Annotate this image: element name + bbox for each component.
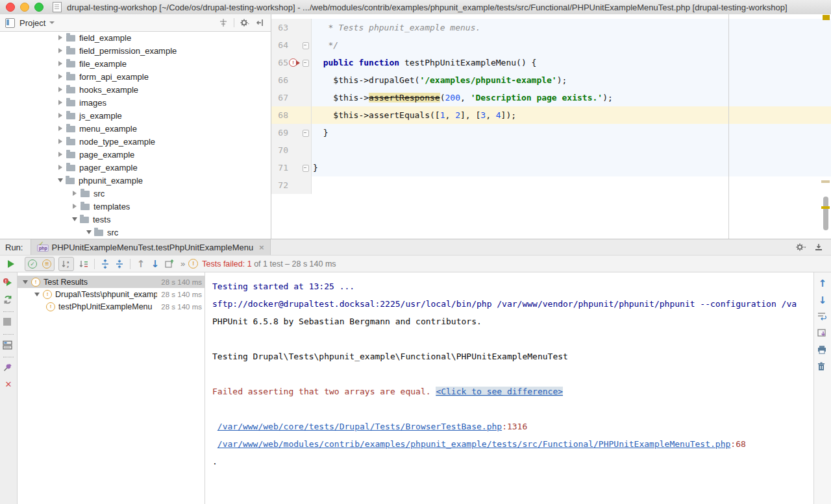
code-text[interactable]: $this->drupalGet('/examples/phpunit-exam… bbox=[312, 71, 831, 89]
close-icon[interactable]: × bbox=[258, 244, 264, 251]
show-passed-toggle[interactable]: ✓ bbox=[25, 258, 40, 270]
line-number[interactable]: 70 bbox=[271, 141, 288, 159]
previous-failed-test-button[interactable]: ↑ bbox=[134, 258, 148, 270]
sort-alphabetically-toggle[interactable]: az bbox=[59, 258, 73, 270]
fold-marker-icon[interactable] bbox=[303, 130, 309, 137]
code-text[interactable]: } bbox=[312, 124, 831, 141]
toggle-auto-test-button[interactable] bbox=[3, 294, 14, 306]
project-tree-item[interactable]: file_example bbox=[0, 57, 271, 70]
editor-scrollbar[interactable] bbox=[819, 14, 831, 239]
code-text[interactable] bbox=[312, 141, 831, 159]
clear-all-icon[interactable] bbox=[817, 362, 828, 374]
error-stripe-mark[interactable] bbox=[821, 180, 830, 183]
code-text[interactable]: $this->assertResponse(200, 'Description … bbox=[312, 89, 831, 106]
chevron-down-icon[interactable] bbox=[72, 217, 77, 221]
zoom-window-button[interactable] bbox=[34, 3, 43, 12]
project-tree-item[interactable]: page_example bbox=[0, 148, 271, 161]
chevron-right-icon[interactable] bbox=[58, 61, 62, 66]
code-text[interactable]: */ bbox=[312, 36, 831, 54]
expand-all-button[interactable] bbox=[98, 258, 112, 270]
editor-gutter[interactable]: 64 bbox=[271, 36, 312, 54]
project-panel-title[interactable]: Project bbox=[19, 18, 45, 28]
restore-layout-button[interactable] bbox=[3, 340, 14, 352]
project-tree-item[interactable]: src bbox=[0, 226, 271, 239]
close-run-panel-button[interactable]: ✕ bbox=[3, 379, 14, 391]
chevron-right-icon[interactable] bbox=[73, 191, 77, 196]
chevron-right-icon[interactable] bbox=[58, 35, 62, 40]
project-tree-item[interactable]: templates bbox=[0, 200, 271, 213]
down-the-stacktrace-button[interactable]: ↓ bbox=[817, 294, 828, 306]
line-number[interactable]: 67 bbox=[271, 89, 288, 106]
scroll-from-source-icon[interactable] bbox=[218, 18, 229, 28]
line-number[interactable]: 68 bbox=[271, 106, 288, 124]
run-tab[interactable]: php ✓ PHPUnitExampleMenuTest.testPhpUnit… bbox=[31, 239, 271, 255]
editor-gutter[interactable]: 67 bbox=[271, 89, 312, 106]
project-tree-item[interactable]: form_api_example bbox=[0, 70, 271, 83]
code-text[interactable] bbox=[312, 176, 831, 194]
chevron-right-icon[interactable] bbox=[58, 74, 62, 79]
chevron-right-icon[interactable] bbox=[58, 48, 62, 53]
project-tree-item[interactable]: pager_example bbox=[0, 161, 271, 174]
project-tree-item[interactable]: field_permission_example bbox=[0, 44, 271, 57]
test-tree-row[interactable]: !Test Results28 s 140 ms bbox=[18, 276, 205, 288]
editor-gutter[interactable]: 71 bbox=[271, 159, 312, 176]
chevron-right-icon[interactable] bbox=[58, 165, 62, 170]
next-failed-test-button[interactable]: ↓ bbox=[148, 258, 162, 270]
error-stripe-summary[interactable] bbox=[823, 15, 830, 20]
line-number[interactable]: 66 bbox=[271, 71, 288, 89]
print-icon[interactable] bbox=[817, 345, 828, 357]
collapse-all-button[interactable] bbox=[112, 258, 127, 270]
chevrons-more[interactable]: » bbox=[180, 259, 184, 269]
hide-panel-icon[interactable] bbox=[255, 18, 266, 28]
project-tree-item[interactable]: images bbox=[0, 96, 271, 109]
code-text[interactable]: * Tests phpunit_example menus. bbox=[312, 19, 831, 36]
pin-tab-button[interactable] bbox=[3, 363, 14, 374]
editor-gutter[interactable]: 65! bbox=[271, 54, 312, 71]
chevron-right-icon[interactable] bbox=[58, 152, 62, 157]
fold-marker-icon[interactable] bbox=[303, 165, 309, 172]
code-text[interactable]: public function testPhpUnitExampleMenu()… bbox=[312, 54, 831, 71]
error-stripe-mark[interactable] bbox=[821, 206, 830, 209]
project-tree-item[interactable]: phpunit_example bbox=[0, 174, 271, 187]
project-tree-item[interactable]: src bbox=[0, 187, 271, 200]
chevron-down-icon[interactable] bbox=[58, 178, 63, 182]
line-number[interactable]: 64 bbox=[271, 36, 288, 54]
fold-marker-icon[interactable] bbox=[303, 60, 309, 67]
project-tree-item[interactable]: js_example bbox=[0, 109, 271, 122]
scrollbar-thumb[interactable] bbox=[823, 197, 828, 230]
line-number[interactable]: 71 bbox=[271, 159, 288, 176]
project-tree-item[interactable]: hooks_example bbox=[0, 83, 271, 96]
editor-gutter[interactable]: 72 bbox=[271, 176, 312, 194]
console-link[interactable]: /var/www/web/modules/contrib/examples/ph… bbox=[217, 439, 731, 449]
editor-gutter[interactable]: 63 bbox=[271, 19, 312, 36]
code-text[interactable]: $this->assertEquals([1, 2], [3, 4]); bbox=[312, 106, 831, 124]
editor-gutter[interactable]: 70 bbox=[271, 141, 312, 159]
editor-gutter[interactable]: 69 bbox=[271, 124, 312, 141]
soft-wrap-button[interactable] bbox=[817, 311, 828, 323]
stop-button[interactable] bbox=[3, 317, 14, 329]
chevron-right-icon[interactable] bbox=[58, 113, 62, 118]
minimize-window-button[interactable] bbox=[20, 3, 29, 12]
test-tree-row[interactable]: !testPhpUnitExampleMenu28 s 140 ms bbox=[18, 300, 205, 313]
line-number[interactable]: 69 bbox=[271, 124, 288, 141]
chevron-down-icon[interactable] bbox=[34, 293, 40, 296]
show-ignored-toggle[interactable]: ≡ bbox=[40, 258, 54, 270]
chevron-down-icon[interactable] bbox=[23, 280, 28, 284]
run-test-button[interactable] bbox=[4, 258, 18, 270]
chevron-down-icon[interactable] bbox=[49, 21, 55, 24]
console-link[interactable]: /var/www/web/core/tests/Drupal/Tests/Bro… bbox=[217, 422, 502, 431]
up-the-stacktrace-button[interactable]: ↑ bbox=[817, 278, 828, 289]
chevron-right-icon[interactable] bbox=[58, 100, 62, 105]
hide-toolwindow-icon[interactable] bbox=[812, 241, 826, 254]
failed-test-gutter-icon[interactable]: ! bbox=[289, 58, 297, 67]
import-test-results-button[interactable] bbox=[162, 258, 177, 270]
code-text[interactable]: } bbox=[312, 159, 831, 176]
line-number[interactable]: 72 bbox=[271, 176, 288, 194]
gear-icon[interactable] bbox=[240, 18, 250, 28]
chevron-right-icon[interactable] bbox=[58, 126, 62, 131]
scroll-to-end-button[interactable] bbox=[817, 328, 828, 340]
editor-gutter[interactable]: 66 bbox=[271, 71, 312, 89]
project-tree-item[interactable]: node_type_example bbox=[0, 135, 271, 148]
chevron-down-icon[interactable] bbox=[86, 230, 92, 234]
project-tree-item[interactable]: tests bbox=[0, 213, 271, 226]
